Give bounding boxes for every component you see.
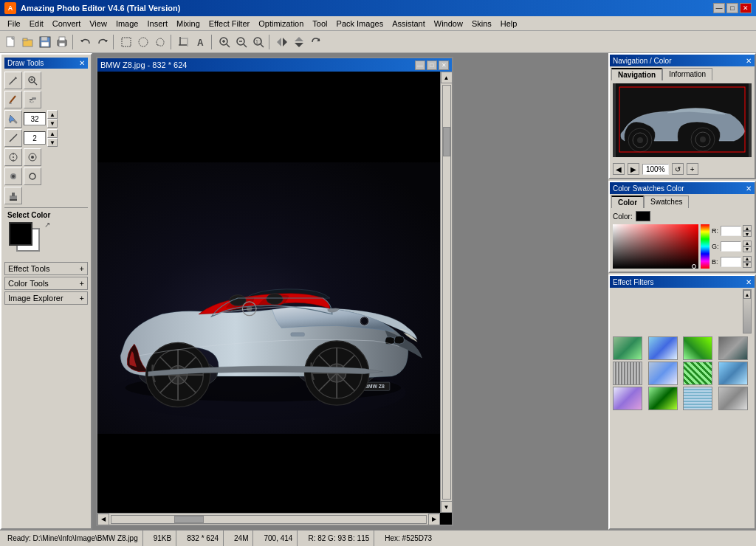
redo-button[interactable] bbox=[94, 34, 111, 50]
g-up[interactable]: ▲ bbox=[743, 241, 752, 246]
scroll-left[interactable]: ◀ bbox=[97, 514, 109, 525]
image-explorer-section[interactable]: Image Explorer + bbox=[4, 291, 88, 305]
r-input[interactable]: 0 bbox=[721, 226, 741, 236]
menu-image[interactable]: Image bbox=[111, 18, 143, 30]
size-down-1[interactable]: ▼ bbox=[47, 119, 58, 128]
b-input[interactable]: 0 bbox=[721, 257, 741, 267]
airbrush-tool[interactable] bbox=[24, 91, 41, 108]
zoom-down-btn[interactable]: ◀ bbox=[613, 163, 625, 175]
color-swatch-display[interactable] bbox=[636, 211, 650, 221]
effect-filter-10[interactable] bbox=[648, 387, 678, 410]
b-down[interactable]: ▼ bbox=[743, 262, 752, 268]
target-tool-2[interactable] bbox=[24, 148, 41, 166]
menu-mixing[interactable]: Mixing bbox=[172, 18, 205, 30]
r-down[interactable]: ▼ bbox=[743, 231, 752, 237]
effect-filter-3[interactable] bbox=[683, 336, 712, 360]
size-up-1[interactable]: ▲ bbox=[47, 110, 58, 119]
effect-filter-5[interactable] bbox=[613, 362, 642, 385]
scroll-right[interactable]: ▶ bbox=[428, 514, 440, 525]
dot-tool-1[interactable] bbox=[4, 167, 22, 185]
tab-information[interactable]: Information bbox=[662, 68, 712, 80]
effect-filter-8[interactable] bbox=[718, 362, 748, 385]
zoom-out-button[interactable] bbox=[233, 34, 250, 50]
effect-filter-6[interactable] bbox=[648, 362, 678, 385]
menu-edit[interactable]: Edit bbox=[25, 18, 48, 30]
color-swap-icon[interactable]: ↗ bbox=[44, 221, 50, 229]
zoom-fit-button[interactable]: 1:1 bbox=[250, 34, 267, 50]
save-button[interactable] bbox=[37, 34, 53, 50]
menu-file[interactable]: File bbox=[3, 18, 25, 30]
zoom-100[interactable]: + bbox=[687, 163, 698, 175]
text-button[interactable]: A bbox=[193, 34, 209, 50]
hue-bar[interactable] bbox=[701, 224, 709, 269]
size-up-2[interactable]: ▲ bbox=[47, 129, 58, 138]
tab-swatches[interactable]: Swatches bbox=[644, 196, 689, 208]
menu-effect[interactable]: Effect Filter bbox=[205, 18, 254, 30]
rotate-button[interactable] bbox=[308, 34, 324, 50]
close-button[interactable]: ✕ bbox=[740, 3, 752, 13]
select-lasso[interactable] bbox=[152, 34, 168, 50]
img-close[interactable]: ✕ bbox=[439, 61, 449, 70]
dot-tool-2[interactable] bbox=[24, 167, 41, 185]
zoom-in-button[interactable] bbox=[216, 34, 233, 50]
r-up[interactable]: ▲ bbox=[743, 225, 752, 231]
crop-button[interactable] bbox=[176, 34, 192, 50]
menu-insert[interactable]: Insert bbox=[142, 18, 172, 30]
select-circle[interactable] bbox=[135, 34, 151, 50]
menu-optim[interactable]: Optimization bbox=[254, 18, 308, 30]
brush-size-2[interactable] bbox=[24, 131, 46, 145]
img-minimize[interactable]: — bbox=[415, 61, 425, 70]
menu-skins[interactable]: Skins bbox=[467, 18, 496, 30]
fg-color-box[interactable] bbox=[9, 222, 32, 246]
menu-convert[interactable]: Convert bbox=[48, 18, 86, 30]
h-scrollbar[interactable]: ◀ ▶ bbox=[97, 513, 440, 525]
line-tool[interactable] bbox=[4, 129, 22, 147]
menu-pack[interactable]: Pack Images bbox=[332, 18, 388, 30]
menu-assistant[interactable]: Assistant bbox=[388, 18, 430, 30]
menu-view[interactable]: View bbox=[85, 18, 111, 30]
new-button[interactable] bbox=[3, 34, 19, 50]
scroll-up[interactable]: ▲ bbox=[441, 72, 453, 83]
zoom-up-btn[interactable]: ▶ bbox=[628, 163, 639, 175]
select-rect[interactable] bbox=[118, 34, 134, 50]
img-maximize[interactable]: □ bbox=[427, 61, 437, 70]
stamp-tool[interactable] bbox=[4, 187, 22, 204]
effect-filter-11[interactable] bbox=[683, 387, 712, 410]
brush-tool[interactable] bbox=[4, 91, 22, 108]
effect-filter-1[interactable] bbox=[613, 336, 642, 360]
undo-button[interactable] bbox=[78, 34, 94, 50]
menu-window[interactable]: Window bbox=[430, 18, 467, 30]
menu-tool[interactable]: Tool bbox=[308, 18, 331, 30]
effect-tools-section[interactable]: Effect Tools + bbox=[4, 262, 88, 275]
eff-scroll-up[interactable]: ▲ bbox=[743, 290, 751, 299]
color-gradient-picker[interactable] bbox=[613, 224, 698, 269]
g-down[interactable]: ▼ bbox=[743, 246, 752, 252]
b-up[interactable]: ▲ bbox=[743, 256, 752, 262]
brush-size-1[interactable] bbox=[24, 112, 46, 125]
scroll-down[interactable]: ▼ bbox=[441, 501, 453, 513]
pencil-tool[interactable] bbox=[4, 72, 22, 89]
magnify-tool[interactable] bbox=[24, 72, 41, 89]
tab-color[interactable]: Color bbox=[611, 196, 644, 208]
menu-help[interactable]: Help bbox=[496, 18, 522, 30]
g-input[interactable]: 0 bbox=[721, 241, 741, 252]
flip-vert[interactable] bbox=[291, 34, 307, 50]
print-button[interactable] bbox=[54, 34, 70, 50]
effect-filter-4[interactable] bbox=[718, 336, 748, 360]
target-tool-1[interactable] bbox=[4, 148, 22, 166]
size-down-2[interactable]: ▼ bbox=[47, 138, 58, 147]
open-button[interactable] bbox=[20, 34, 36, 50]
effect-scrollbar[interactable]: ▲ bbox=[743, 289, 752, 334]
effect-filter-7[interactable] bbox=[683, 362, 712, 385]
fill-tool[interactable] bbox=[4, 110, 22, 128]
zoom-fit-nav[interactable]: ↺ bbox=[672, 163, 684, 175]
effect-filter-9[interactable] bbox=[613, 387, 642, 410]
maximize-button[interactable]: □ bbox=[726, 3, 738, 13]
effect-filter-2[interactable] bbox=[648, 336, 678, 360]
tab-navigation[interactable]: Navigation bbox=[611, 68, 662, 80]
effect-filter-12[interactable] bbox=[718, 387, 748, 410]
flip-horiz[interactable] bbox=[274, 34, 290, 50]
v-scrollbar[interactable]: ▲ ▼ bbox=[440, 72, 452, 513]
minimize-button[interactable]: — bbox=[713, 3, 725, 13]
color-tools-section[interactable]: Color Tools + bbox=[4, 277, 88, 290]
